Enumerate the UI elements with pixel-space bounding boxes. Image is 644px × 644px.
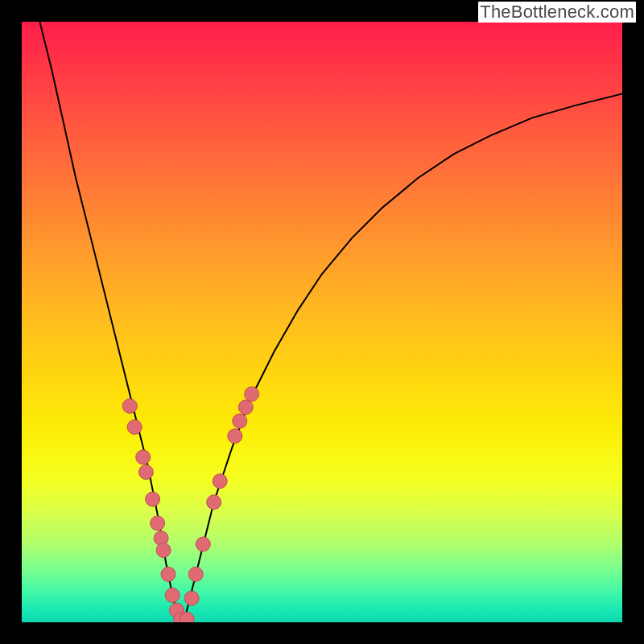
data-dot	[233, 414, 247, 428]
curve-layer	[22, 22, 622, 622]
data-dot	[136, 450, 151, 464]
data-dot	[127, 420, 142, 435]
data-dot	[238, 400, 253, 415]
data-dot	[196, 537, 210, 551]
chart-frame: TheBottleneck.com	[0, 0, 644, 644]
data-dot	[207, 495, 221, 510]
data-dot	[188, 567, 203, 581]
data-dot	[213, 474, 227, 489]
plot-area	[22, 22, 622, 622]
watermark-text: TheBottleneck.com	[478, 2, 636, 23]
data-dots	[122, 387, 258, 623]
data-dot	[122, 398, 137, 413]
data-dot	[184, 591, 199, 605]
bottleneck-curve	[39, 22, 622, 622]
data-dot	[146, 492, 160, 506]
data-dot	[156, 543, 171, 558]
data-dot	[138, 465, 153, 480]
data-dot	[161, 567, 175, 581]
data-dot	[245, 387, 259, 402]
data-dot	[165, 588, 180, 602]
data-dot	[151, 516, 165, 530]
data-dot	[228, 429, 242, 444]
data-dot	[180, 612, 194, 622]
